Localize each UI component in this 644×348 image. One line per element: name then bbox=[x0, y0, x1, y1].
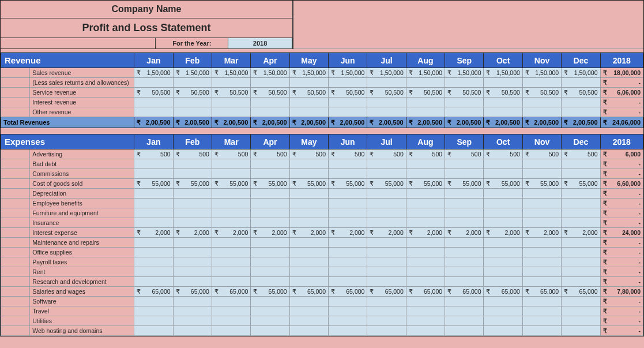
data-cell[interactable]: ₹50,500 bbox=[173, 88, 212, 98]
data-cell[interactable] bbox=[329, 78, 367, 88]
data-cell[interactable] bbox=[289, 238, 328, 248]
data-cell[interactable] bbox=[522, 189, 561, 199]
data-cell[interactable] bbox=[134, 306, 173, 316]
data-cell[interactable] bbox=[173, 267, 212, 277]
data-cell[interactable]: ₹500 bbox=[173, 149, 212, 159]
data-cell[interactable] bbox=[212, 98, 250, 107]
data-cell[interactable]: ₹50,500 bbox=[134, 88, 173, 98]
data-cell[interactable] bbox=[445, 267, 484, 277]
data-cell[interactable] bbox=[484, 208, 522, 218]
data-cell[interactable] bbox=[522, 316, 561, 326]
data-cell[interactable] bbox=[406, 208, 445, 218]
data-cell[interactable] bbox=[562, 326, 600, 336]
data-cell[interactable] bbox=[173, 98, 212, 107]
data-cell[interactable]: ₹2,000 bbox=[522, 228, 561, 238]
data-cell[interactable] bbox=[445, 189, 484, 199]
data-cell[interactable] bbox=[329, 208, 367, 218]
data-cell[interactable] bbox=[173, 218, 212, 228]
data-cell[interactable]: ₹50,500 bbox=[522, 88, 561, 98]
data-cell[interactable] bbox=[522, 199, 561, 208]
data-cell[interactable] bbox=[289, 169, 328, 179]
data-cell[interactable] bbox=[251, 208, 289, 218]
data-cell[interactable] bbox=[289, 189, 328, 199]
data-cell[interactable]: ₹2,000 bbox=[134, 228, 173, 238]
data-cell[interactable]: ₹50,500 bbox=[367, 88, 406, 98]
data-cell[interactable] bbox=[367, 159, 406, 169]
data-cell[interactable]: ₹500 bbox=[484, 149, 522, 159]
data-cell[interactable] bbox=[522, 98, 561, 107]
data-cell[interactable]: ₹65,000 bbox=[173, 287, 212, 297]
data-cell[interactable] bbox=[562, 218, 600, 228]
data-cell[interactable] bbox=[406, 316, 445, 326]
data-cell[interactable]: ₹1,50,000 bbox=[173, 68, 212, 78]
data-cell[interactable] bbox=[484, 297, 522, 306]
data-cell[interactable] bbox=[134, 238, 173, 248]
data-cell[interactable] bbox=[406, 199, 445, 208]
data-cell[interactable]: ₹500 bbox=[329, 149, 367, 159]
data-cell[interactable] bbox=[522, 107, 561, 117]
data-cell[interactable] bbox=[134, 107, 173, 117]
data-cell[interactable] bbox=[212, 238, 250, 248]
data-cell[interactable] bbox=[367, 277, 406, 287]
data-cell[interactable] bbox=[522, 159, 561, 169]
data-cell[interactable] bbox=[134, 189, 173, 199]
data-cell[interactable] bbox=[251, 169, 289, 179]
data-cell[interactable] bbox=[329, 248, 367, 257]
data-cell[interactable] bbox=[522, 257, 561, 267]
data-cell[interactable] bbox=[484, 169, 522, 179]
data-cell[interactable]: ₹500 bbox=[445, 149, 484, 159]
data-cell[interactable]: ₹50,500 bbox=[251, 88, 289, 98]
data-cell[interactable] bbox=[484, 326, 522, 336]
data-cell[interactable]: ₹55,000 bbox=[289, 179, 328, 189]
data-cell[interactable] bbox=[367, 248, 406, 257]
data-cell[interactable] bbox=[251, 297, 289, 306]
data-cell[interactable] bbox=[134, 208, 173, 218]
data-cell[interactable]: ₹1,50,000 bbox=[251, 68, 289, 78]
data-cell[interactable] bbox=[406, 107, 445, 117]
data-cell[interactable] bbox=[134, 277, 173, 287]
data-cell[interactable] bbox=[445, 98, 484, 107]
data-cell[interactable] bbox=[329, 277, 367, 287]
data-cell[interactable] bbox=[406, 326, 445, 336]
data-cell[interactable] bbox=[329, 326, 367, 336]
data-cell[interactable] bbox=[251, 306, 289, 316]
data-cell[interactable] bbox=[212, 107, 250, 117]
data-cell[interactable] bbox=[134, 78, 173, 88]
data-cell[interactable] bbox=[134, 326, 173, 336]
data-cell[interactable] bbox=[445, 248, 484, 257]
data-cell[interactable] bbox=[484, 78, 522, 88]
data-cell[interactable]: ₹55,000 bbox=[406, 179, 445, 189]
data-cell[interactable]: ₹500 bbox=[251, 149, 289, 159]
data-cell[interactable] bbox=[329, 107, 367, 117]
data-cell[interactable] bbox=[562, 267, 600, 277]
data-cell[interactable]: ₹1,50,000 bbox=[484, 68, 522, 78]
data-cell[interactable]: ₹500 bbox=[406, 149, 445, 159]
data-cell[interactable] bbox=[173, 169, 212, 179]
data-cell[interactable]: ₹65,000 bbox=[134, 287, 173, 297]
data-cell[interactable]: ₹50,500 bbox=[484, 88, 522, 98]
data-cell[interactable] bbox=[212, 199, 250, 208]
data-cell[interactable]: ₹55,000 bbox=[484, 179, 522, 189]
data-cell[interactable] bbox=[212, 326, 250, 336]
data-cell[interactable]: ₹1,50,000 bbox=[406, 68, 445, 78]
data-cell[interactable] bbox=[329, 218, 367, 228]
data-cell[interactable] bbox=[484, 306, 522, 316]
data-cell[interactable] bbox=[212, 159, 250, 169]
data-cell[interactable]: ₹55,000 bbox=[445, 179, 484, 189]
data-cell[interactable] bbox=[406, 98, 445, 107]
data-cell[interactable]: ₹500 bbox=[562, 149, 600, 159]
data-cell[interactable] bbox=[367, 98, 406, 107]
data-cell[interactable]: ₹1,50,000 bbox=[329, 68, 367, 78]
data-cell[interactable] bbox=[484, 257, 522, 267]
data-cell[interactable] bbox=[134, 248, 173, 257]
data-cell[interactable] bbox=[289, 277, 328, 287]
data-cell[interactable]: ₹2,000 bbox=[484, 228, 522, 238]
data-cell[interactable] bbox=[251, 159, 289, 169]
data-cell[interactable] bbox=[212, 306, 250, 316]
data-cell[interactable] bbox=[289, 199, 328, 208]
data-cell[interactable] bbox=[367, 78, 406, 88]
data-cell[interactable] bbox=[251, 326, 289, 336]
data-cell[interactable] bbox=[329, 189, 367, 199]
data-cell[interactable] bbox=[173, 238, 212, 248]
data-cell[interactable] bbox=[406, 169, 445, 179]
